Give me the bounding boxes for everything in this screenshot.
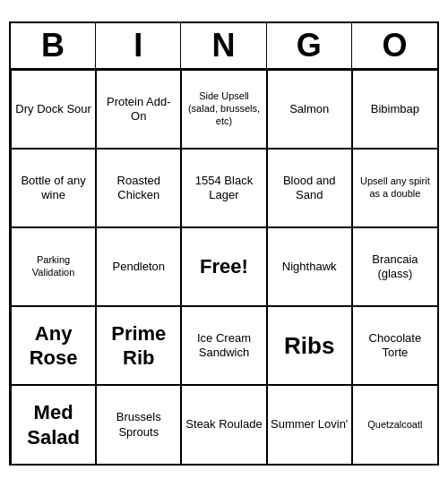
bingo-cell: Quetzalcoatl: [352, 385, 437, 464]
bingo-cell: 1554 Black Lager: [181, 149, 266, 227]
bingo-cell: Upsell any spirit as a double: [352, 149, 437, 227]
bingo-cell: Prime Rib: [96, 306, 181, 385]
bingo-cell: Protein Add-On: [96, 70, 181, 149]
bingo-header: BINGO: [11, 23, 437, 70]
bingo-cell: Nighthawk: [267, 227, 352, 306]
bingo-cell: Parking Validation: [11, 227, 96, 306]
bingo-cell: Brancaia (glass): [352, 227, 437, 306]
header-letter: I: [96, 23, 181, 68]
bingo-cell: Bottle of any wine: [11, 149, 96, 227]
bingo-cell: Med Salad: [11, 385, 96, 464]
header-letter: B: [11, 23, 96, 68]
bingo-cell: Bibimbap: [352, 70, 437, 149]
bingo-cell: Pendleton: [96, 227, 181, 306]
bingo-cell: Side Upsell (salad, brussels, etc): [181, 70, 266, 149]
bingo-cell: Ice Cream Sandwich: [181, 306, 266, 385]
bingo-cell: Ribs: [267, 306, 352, 385]
bingo-cell: Blood and Sand: [267, 149, 352, 227]
bingo-card: BINGO Dry Dock SourProtein Add-OnSide Up…: [9, 21, 439, 466]
bingo-cell: Any Rose: [11, 306, 96, 385]
header-letter: G: [267, 23, 352, 68]
header-letter: N: [181, 23, 266, 68]
bingo-cell: Chocolate Torte: [352, 306, 437, 385]
bingo-grid: Dry Dock SourProtein Add-OnSide Upsell (…: [11, 70, 437, 464]
bingo-cell: Salmon: [267, 70, 352, 149]
bingo-cell: Brussels Sprouts: [96, 385, 181, 464]
bingo-cell: Free!: [181, 227, 266, 306]
bingo-cell: Steak Roulade: [181, 385, 266, 464]
header-letter: O: [352, 23, 437, 68]
bingo-cell: Roasted Chicken: [96, 149, 181, 227]
bingo-cell: Summer Lovin': [267, 385, 352, 464]
bingo-cell: Dry Dock Sour: [11, 70, 96, 149]
